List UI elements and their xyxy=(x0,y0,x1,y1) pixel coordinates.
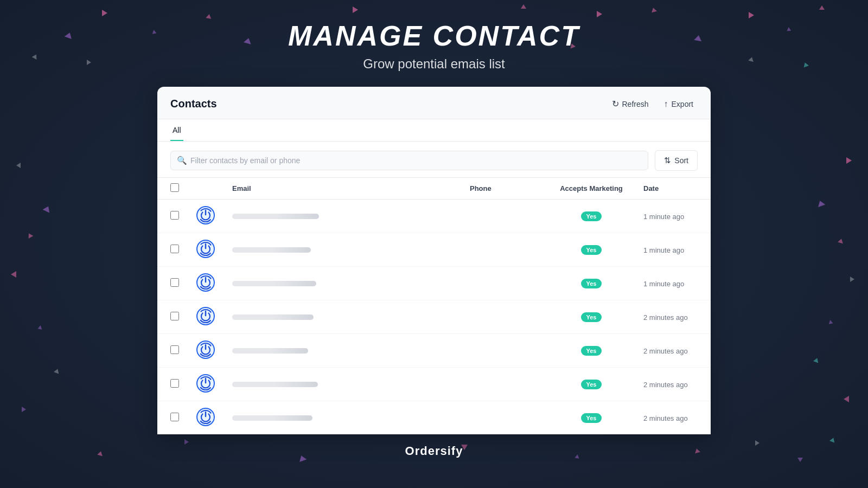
row-check-cell xyxy=(157,401,188,435)
table-row: Yes1 minute ago xyxy=(157,267,711,300)
power-icon xyxy=(196,341,215,359)
row-email-cell xyxy=(224,233,461,267)
row-date-text: 2 minutes ago xyxy=(643,381,688,389)
marketing-badge: Yes xyxy=(581,413,602,423)
marketing-badge: Yes xyxy=(581,245,602,255)
email-skeleton xyxy=(232,382,318,387)
header-date-col: Date xyxy=(635,178,711,200)
marketing-badge: Yes xyxy=(581,380,602,389)
row-date-cell: 1 minute ago xyxy=(635,200,711,233)
row-check-cell xyxy=(157,334,188,368)
header-email-col: Email xyxy=(224,178,461,200)
search-sort-row: 🔍 ⇅ Sort xyxy=(157,142,711,177)
row-check-cell xyxy=(157,233,188,267)
row-date-text: 1 minute ago xyxy=(643,280,684,288)
tab-all[interactable]: All xyxy=(170,119,183,141)
row-phone-cell xyxy=(461,401,548,435)
email-skeleton xyxy=(232,415,312,421)
table-row: Yes1 minute ago xyxy=(157,233,711,267)
row-marketing-cell: Yes xyxy=(548,233,635,267)
table-row: Yes2 minutes ago xyxy=(157,334,711,368)
refresh-button[interactable]: ↻ Refresh xyxy=(608,97,653,111)
power-icon xyxy=(196,240,215,258)
header-avatar-col xyxy=(188,178,224,200)
row-date-cell: 2 minutes ago xyxy=(635,401,711,435)
row-date-text: 2 minutes ago xyxy=(643,414,688,422)
row-marketing-cell: Yes xyxy=(548,300,635,334)
table-row: Yes2 minutes ago xyxy=(157,368,711,401)
email-skeleton xyxy=(232,247,311,253)
table-row: Yes1 minute ago xyxy=(157,200,711,233)
row-marketing-cell: Yes xyxy=(548,267,635,300)
search-icon: 🔍 xyxy=(177,156,187,165)
sort-label: Sort xyxy=(674,156,688,165)
export-label: Export xyxy=(672,100,693,108)
refresh-label: Refresh xyxy=(622,100,649,108)
row-avatar-cell xyxy=(188,334,224,368)
row-checkbox-6[interactable] xyxy=(170,413,179,421)
header-actions: ↻ Refresh ↑ Export xyxy=(608,97,698,111)
row-date-text: 2 minutes ago xyxy=(643,347,688,355)
page-subtitle: Grow potential emais list xyxy=(363,56,505,72)
row-date-cell: 2 minutes ago xyxy=(635,368,711,401)
marketing-badge: Yes xyxy=(581,312,602,322)
sort-button[interactable]: ⇅ Sort xyxy=(655,150,698,171)
row-checkbox-2[interactable] xyxy=(170,278,179,287)
header-phone-col: Phone xyxy=(461,178,548,200)
brand-footer: Ordersify xyxy=(405,444,463,458)
row-check-cell xyxy=(157,368,188,401)
tabs-row: All xyxy=(157,119,711,142)
email-skeleton xyxy=(232,314,314,320)
power-icon xyxy=(196,374,215,393)
row-avatar-cell xyxy=(188,200,224,233)
row-date-cell: 2 minutes ago xyxy=(635,300,711,334)
refresh-icon: ↻ xyxy=(612,99,619,109)
header-marketing-col: Accepts Marketing xyxy=(548,178,635,200)
power-icon xyxy=(196,408,215,426)
email-skeleton xyxy=(232,348,308,354)
table-header-row: Email Phone Accepts Marketing Date xyxy=(157,178,711,200)
row-check-cell xyxy=(157,267,188,300)
power-icon xyxy=(196,273,215,292)
power-icon xyxy=(196,206,215,224)
row-avatar-cell xyxy=(188,401,224,435)
row-checkbox-0[interactable] xyxy=(170,211,179,220)
row-checkbox-3[interactable] xyxy=(170,312,179,320)
marketing-badge: Yes xyxy=(581,211,602,221)
card-title: Contacts xyxy=(170,98,217,110)
row-checkbox-1[interactable] xyxy=(170,245,179,253)
power-icon xyxy=(196,307,215,325)
row-email-cell xyxy=(224,267,461,300)
page-title: MANAGE CONTACT xyxy=(288,20,580,52)
search-input[interactable] xyxy=(170,151,648,170)
table-row: Yes2 minutes ago xyxy=(157,300,711,334)
row-date-text: 2 minutes ago xyxy=(643,313,688,322)
export-button[interactable]: ↑ Export xyxy=(660,97,698,111)
row-checkbox-5[interactable] xyxy=(170,379,179,388)
row-date-cell: 1 minute ago xyxy=(635,267,711,300)
select-all-checkbox[interactable] xyxy=(170,183,179,192)
row-avatar-cell xyxy=(188,233,224,267)
row-marketing-cell: Yes xyxy=(548,368,635,401)
contacts-table: Email Phone Accepts Marketing Date xyxy=(157,177,711,434)
row-marketing-cell: Yes xyxy=(548,200,635,233)
row-email-cell xyxy=(224,401,461,435)
marketing-badge: Yes xyxy=(581,346,602,356)
row-email-cell xyxy=(224,300,461,334)
row-avatar-cell xyxy=(188,300,224,334)
row-avatar-cell xyxy=(188,368,224,401)
row-marketing-cell: Yes xyxy=(548,334,635,368)
row-avatar-cell xyxy=(188,267,224,300)
row-email-cell xyxy=(224,368,461,401)
row-date-text: 1 minute ago xyxy=(643,213,684,221)
row-email-cell xyxy=(224,200,461,233)
sort-icon: ⇅ xyxy=(664,156,671,165)
row-phone-cell xyxy=(461,334,548,368)
header-check-col xyxy=(157,178,188,200)
row-phone-cell xyxy=(461,368,548,401)
row-phone-cell xyxy=(461,300,548,334)
row-phone-cell xyxy=(461,200,548,233)
email-skeleton xyxy=(232,281,316,286)
row-checkbox-4[interactable] xyxy=(170,345,179,354)
search-wrapper: 🔍 xyxy=(170,151,648,170)
